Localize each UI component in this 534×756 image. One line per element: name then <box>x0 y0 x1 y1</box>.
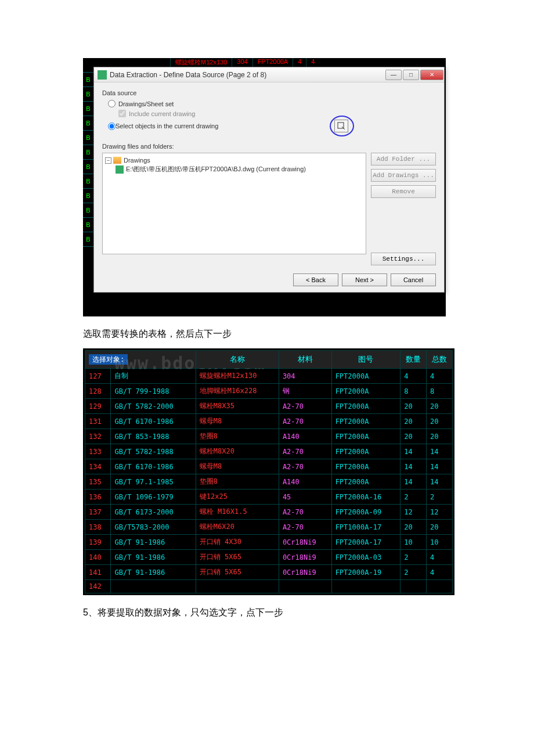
cancel-button[interactable]: Cancel <box>391 273 436 286</box>
cell-num: 136 <box>85 489 111 505</box>
cell-q1: 14 <box>400 444 427 459</box>
minimize-button[interactable]: — <box>385 70 402 80</box>
cell-std: GB/T 5782-2000 <box>111 399 196 414</box>
add-folder-button[interactable]: Add Folder ... <box>371 153 436 165</box>
cell-std: GB/T 91-1986 <box>111 565 196 580</box>
cell-dwg: FPT2000A <box>331 459 400 474</box>
cell-std: GB/T 853-1988 <box>111 429 196 444</box>
cell-mat: A2-70 <box>279 399 331 414</box>
cell-q1: 14 <box>400 474 427 489</box>
cell-num: 132 <box>85 429 111 444</box>
cell-name: 螺旋螺栓M12x130 <box>196 369 279 384</box>
cell-name: 垫圈8 <box>196 474 279 489</box>
cell-name: 开口销 5X65 <box>196 550 279 565</box>
close-button[interactable]: ✕ <box>420 70 443 80</box>
select-objects-prompt: 选择对象: <box>89 354 128 365</box>
title-bar[interactable]: Data Extraction - Define Data Source (Pa… <box>94 67 444 82</box>
select-header: 选择对象: www.bdocx.com <box>85 351 196 369</box>
cell-mat: 45 <box>279 489 331 505</box>
drawings-sheet-radio[interactable] <box>108 100 116 107</box>
cell-std <box>111 580 196 593</box>
table-row[interactable]: 135 GB/T 97.1-1985 垫圈8 A140 FPT2000A 14 … <box>85 474 453 489</box>
table-row[interactable]: 129 GB/T 5782-2000 螺栓M8X35 A2-70 FPT2000… <box>85 399 453 414</box>
data-source-label: Data source <box>102 89 436 96</box>
cell-std: GB/T 6170-1986 <box>111 459 196 474</box>
back-button[interactable]: < Back <box>293 273 338 286</box>
table-row[interactable]: 136 GB/T 1096-1979 键12x25 45 FPT2000A-16… <box>85 489 453 505</box>
select-objects-label: Select objects in the current drawing <box>116 123 218 129</box>
cell-num: 141 <box>85 565 111 580</box>
table-row[interactable]: 133 GB/T 5782-1988 螺栓M8X20 A2-70 FPT2000… <box>85 444 453 459</box>
col-name: 名称 <box>196 351 279 369</box>
cell-q1: 20 <box>400 429 427 444</box>
cell-q2: 2 <box>427 489 453 505</box>
app-icon <box>98 70 107 80</box>
cell-num: 137 <box>85 505 111 520</box>
cell-q2: 14 <box>427 444 453 459</box>
cell-dwg: FPT2000A-17 <box>331 535 400 550</box>
cell-name: 螺母M8 <box>196 414 279 429</box>
table-row[interactable]: 139 GB/T 91-1986 开口销 4X30 0Cr18Ni9 FPT20… <box>85 535 453 550</box>
cell-mat: 0Cr18Ni9 <box>279 550 331 565</box>
cell-num: 127 <box>85 369 111 384</box>
cell-q2: 20 <box>427 520 453 535</box>
table-row[interactable]: 140 GB/T 91-1986 开口销 5X65 0Cr18Ni9 FPT20… <box>85 550 453 565</box>
table-row[interactable]: 127 自制 螺旋螺栓M12x130 304 FPT2000A 4 4 <box>85 369 453 384</box>
cell-name: 开口销 4X30 <box>196 535 279 550</box>
dialog-title: Data Extraction - Define Data Source (Pa… <box>110 71 385 79</box>
table-row[interactable]: 138 GB/T5783-2000 螺栓M6X20 A2-70 FPT1000A… <box>85 520 453 535</box>
next-button[interactable]: Next > <box>342 273 387 286</box>
cell-name: 地脚螺栓M16x228 <box>196 384 279 399</box>
cell-dwg: FPT2000A-09 <box>331 505 400 520</box>
cell-q2: 14 <box>427 459 453 474</box>
drawings-sheet-label: Drawings/Sheet set <box>118 100 174 107</box>
select-objects-radio[interactable] <box>108 123 116 130</box>
cell-std: GB/T 91-1986 <box>111 550 196 565</box>
cell-mat: A2-70 <box>279 444 331 459</box>
instruction-text-1: 选取需要转换的表格，然后点下一步 <box>83 328 534 340</box>
table-row[interactable]: 132 GB/T 853-1988 垫圈8 A140 FPT2000A 20 2… <box>85 429 453 444</box>
table-row[interactable]: 128 GB/T 799-1988 地脚螺栓M16x228 钢 FPT2000A… <box>85 384 453 399</box>
col-material: 材料 <box>279 351 331 369</box>
cell-mat: A2-70 <box>279 459 331 474</box>
cell-name: 螺母M8 <box>196 459 279 474</box>
cell-dwg: FPT1000A-17 <box>331 520 400 535</box>
table-row[interactable]: 142 <box>85 580 453 593</box>
table-row[interactable]: 137 GB/T 6173-2000 螺栓 M16X1.5 A2-70 FPT2… <box>85 505 453 520</box>
cell-mat: A2-70 <box>279 505 331 520</box>
add-drawings-button[interactable]: Add Drawings ... <box>371 169 436 182</box>
cell-q2: 20 <box>427 429 453 444</box>
maximize-button[interactable]: □ <box>403 70 419 80</box>
cell-num: 138 <box>85 520 111 535</box>
table-row[interactable]: 134 GB/T 6170-1986 螺母M8 A2-70 FPT2000A 1… <box>85 459 453 474</box>
cell-q2: 4 <box>427 565 453 580</box>
cell-dwg: FPT2000A <box>331 369 400 384</box>
select-objects-button[interactable] <box>334 120 348 132</box>
tree-root-label: Drawings <box>124 157 150 164</box>
cell-q1: 20 <box>400 520 427 535</box>
cell-mat: A2-70 <box>279 414 331 429</box>
cell-name: 螺栓M8X35 <box>196 399 279 414</box>
cell-q2: 20 <box>427 399 453 414</box>
tree-box[interactable]: − Drawings E:\图纸\带压机图纸\带压机FPT2000A\BJ.dw… <box>102 153 366 254</box>
cell-q2: 4 <box>427 369 453 384</box>
include-current-label: Include current drawing <box>129 110 195 117</box>
cad-cell: FPT2000A <box>252 58 293 67</box>
tree-collapse-icon[interactable]: − <box>105 157 111 164</box>
data-extraction-dialog: Data Extraction - Define Data Source (Pa… <box>93 67 445 293</box>
cell-dwg: FPT2000A-03 <box>331 550 400 565</box>
nav-buttons: < Back Next > Cancel <box>102 273 436 286</box>
col-qty1: 数量 <box>400 351 427 369</box>
settings-button[interactable]: Settings... <box>371 253 436 265</box>
drawings-sheet-radio-row: Drawings/Sheet set <box>108 100 436 107</box>
dialog-body: Data source Drawings/Sheet set Include c… <box>94 82 444 292</box>
ruler-cell: B <box>83 73 93 87</box>
remove-button[interactable]: Remove <box>371 185 436 198</box>
table-row[interactable]: 131 GB/T 6170-1986 螺母M8 A2-70 FPT2000A 2… <box>85 414 453 429</box>
col-drawing: 图号 <box>331 351 400 369</box>
cell-q1: 10 <box>400 535 427 550</box>
tree-root-row[interactable]: − Drawings <box>105 157 363 164</box>
tree-file-row[interactable]: E:\图纸\带压机图纸\带压机FPT2000A\BJ.dwg (Current … <box>105 165 363 174</box>
cell-name: 螺栓M8X20 <box>196 444 279 459</box>
table-row[interactable]: 141 GB/T 91-1986 开口销 5X65 0Cr18Ni9 FPT20… <box>85 565 453 580</box>
